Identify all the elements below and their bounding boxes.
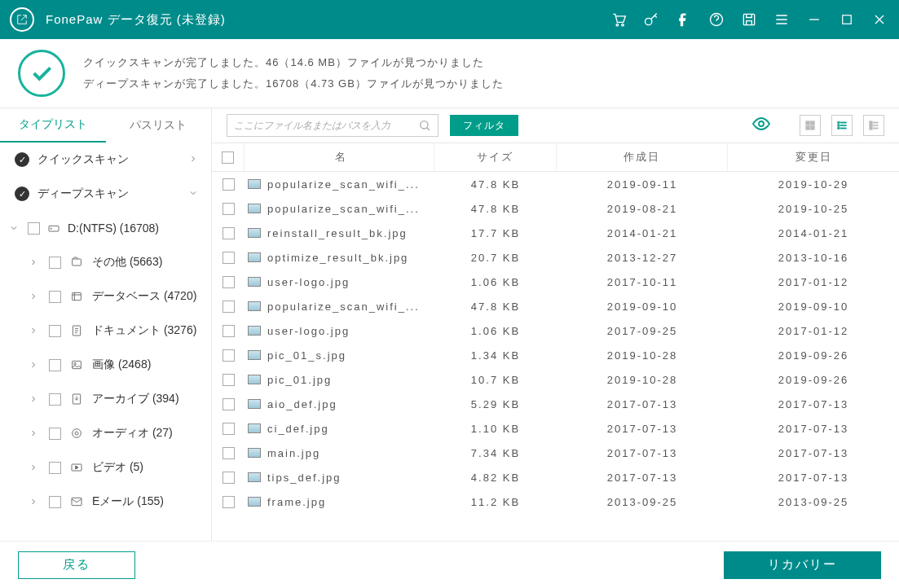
tree-quick-scan[interactable]: ✓クイックスキャン [0, 143, 211, 177]
svg-rect-22 [806, 126, 810, 130]
chevron-right-icon[interactable] [26, 360, 41, 370]
table-row[interactable]: popularize_scan_wifi_... 47.8 KB 2019-09… [212, 172, 899, 196]
key-icon[interactable] [635, 3, 668, 36]
tree-category[interactable]: ビデオ (5) [0, 450, 211, 485]
checkbox[interactable] [49, 325, 61, 337]
view-list-icon[interactable] [831, 115, 853, 136]
row-checkbox[interactable] [223, 301, 235, 313]
chevron-right-icon[interactable] [26, 394, 41, 404]
table-row[interactable]: main.jpg 7.34 KB 2017-07-13 2017-07-13 [212, 441, 899, 465]
file-modified: 2013-10-16 [728, 252, 899, 264]
titlebar: FonePaw データ復元 (未登録) [0, 0, 899, 39]
menu-icon[interactable] [765, 3, 798, 36]
help-icon[interactable] [700, 3, 733, 36]
tree-category[interactable]: データベース (4720) [0, 279, 211, 314]
tree-label: Eメール (155) [92, 494, 203, 509]
file-size: 5.29 KB [434, 398, 557, 410]
tab-path-list[interactable]: パスリスト [106, 108, 212, 143]
cart-icon[interactable] [602, 3, 635, 36]
row-checkbox[interactable] [223, 227, 235, 239]
recover-button[interactable]: リカバリー [724, 551, 881, 579]
save-icon[interactable] [733, 3, 765, 36]
row-checkbox[interactable] [223, 349, 235, 362]
search-box[interactable] [227, 114, 438, 137]
tree-deep-scan[interactable]: ✓ディープスキャン [0, 177, 211, 211]
chevron-down-icon[interactable] [188, 187, 198, 200]
view-detail-icon[interactable] [863, 115, 884, 136]
tree-category[interactable]: Eメール (155) [0, 485, 211, 519]
view-grid-icon[interactable] [800, 115, 821, 136]
row-checkbox[interactable] [223, 276, 235, 288]
col-name[interactable]: 名 [245, 143, 434, 171]
table-row[interactable]: pic_01.jpg 10.7 KB 2019-10-28 2019-09-26 [212, 367, 899, 392]
category-icon [69, 256, 84, 269]
table-row[interactable]: reinstall_result_bk.jpg 17.7 KB 2014-01-… [212, 221, 899, 245]
table-row[interactable]: pic_01_s.jpg 1.34 KB 2019-10-28 2019-09-… [212, 343, 899, 367]
chevron-right-icon[interactable] [26, 463, 41, 472]
checkbox[interactable] [49, 496, 61, 508]
table-row[interactable]: popularize_scan_wifi_... 47.8 KB 2019-09… [212, 294, 899, 318]
close-icon[interactable] [863, 3, 896, 36]
checkbox[interactable] [49, 257, 61, 269]
table-row[interactable]: aio_def.jpg 5.29 KB 2017-07-13 2017-07-1… [212, 392, 899, 416]
tree-category[interactable]: アーカイブ (394) [0, 382, 211, 416]
row-checkbox[interactable] [223, 252, 235, 264]
row-checkbox[interactable] [223, 325, 235, 337]
filter-button[interactable]: フィルタ [450, 115, 518, 136]
chevron-right-icon[interactable] [26, 292, 41, 301]
tree-category[interactable]: その他 (5663) [0, 245, 211, 279]
checkbox[interactable] [49, 359, 61, 371]
chevron-right-icon[interactable] [26, 428, 41, 438]
checkbox[interactable] [49, 291, 61, 303]
checkbox[interactable] [49, 393, 61, 406]
facebook-icon[interactable] [668, 3, 700, 36]
category-icon [69, 427, 84, 440]
checkbox[interactable] [28, 222, 40, 235]
table-row[interactable]: tips_def.jpg 4.82 KB 2017-07-13 2017-07-… [212, 465, 899, 489]
chevron-right-icon[interactable] [26, 497, 41, 507]
back-button[interactable]: 戻る [18, 551, 135, 579]
col-size[interactable]: サイズ [434, 143, 557, 171]
tab-type-list[interactable]: タイプリスト [0, 108, 106, 143]
file-modified: 2019-10-25 [728, 203, 899, 215]
table-row[interactable]: frame.jpg 11.2 KB 2013-09-25 2013-09-25 [212, 489, 899, 514]
chevron-right-icon[interactable] [26, 326, 41, 336]
col-created[interactable]: 作成日 [557, 143, 728, 171]
checkbox[interactable] [49, 428, 61, 440]
tree-category[interactable]: オーディオ (27) [0, 416, 211, 450]
minimize-icon[interactable] [798, 3, 831, 36]
table-row[interactable]: user-logo.jpg 1.06 KB 2017-10-11 2017-01… [212, 270, 899, 294]
table-row[interactable]: user-logo.jpg 1.06 KB 2017-09-25 2017-01… [212, 318, 899, 343]
app-logo-icon [10, 7, 34, 32]
chevron-right-icon[interactable] [26, 257, 41, 267]
col-modified[interactable]: 変更日 [728, 143, 899, 171]
chevron-right-icon[interactable] [188, 153, 198, 166]
chevron-down-icon[interactable] [7, 223, 21, 233]
select-all-checkbox[interactable] [222, 151, 234, 164]
checkbox[interactable] [49, 462, 61, 474]
row-checkbox[interactable] [223, 496, 235, 508]
row-checkbox[interactable] [223, 178, 235, 191]
category-icon [69, 495, 84, 508]
svg-rect-4 [743, 14, 754, 24]
row-checkbox[interactable] [223, 472, 235, 484]
row-checkbox[interactable] [223, 203, 235, 215]
row-checkbox[interactable] [223, 374, 235, 386]
file-size: 4.82 KB [434, 472, 557, 484]
search-input[interactable] [234, 120, 418, 131]
maximize-icon[interactable] [831, 3, 863, 36]
table-row[interactable]: optimize_result_bk.jpg 20.7 KB 2013-12-2… [212, 245, 899, 270]
row-checkbox[interactable] [223, 423, 235, 435]
row-checkbox[interactable] [223, 447, 235, 459]
tree-drive[interactable]: D:(NTFS) (16708) [0, 211, 211, 245]
tree-category[interactable]: ドキュメント (3276) [0, 314, 211, 348]
tree-category[interactable]: 画像 (2468) [0, 348, 211, 382]
row-checkbox[interactable] [223, 398, 235, 410]
svg-point-2 [646, 18, 652, 24]
file-name: pic_01.jpg [267, 374, 332, 386]
table-row[interactable]: popularize_scan_wifi_... 47.8 KB 2019-08… [212, 196, 899, 221]
checkmark-circle-icon [18, 50, 65, 97]
table-row[interactable]: ci_def.jpg 1.10 KB 2017-07-13 2017-07-13 [212, 416, 899, 441]
preview-icon[interactable] [751, 114, 771, 137]
file-modified: 2013-09-25 [728, 496, 899, 508]
